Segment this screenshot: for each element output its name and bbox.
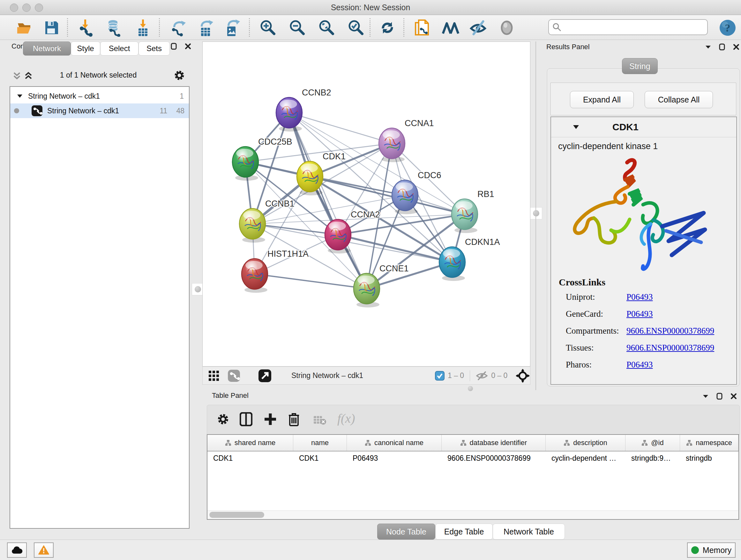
search-input[interactable] <box>548 19 708 35</box>
protein-card-header[interactable]: CDK1 <box>551 117 736 137</box>
help-icon[interactable]: ? <box>719 19 737 37</box>
detach-view-icon[interactable] <box>258 369 272 382</box>
edge-CCNB2-CCNA1[interactable] <box>289 113 392 143</box>
string-network-graph[interactable]: CCNB2CCNA1CDC25BCDK1CDC6RB1CCNB1CCNA2CDK… <box>203 42 530 366</box>
column-header-description[interactable]: description <box>546 435 625 451</box>
compartments-link[interactable]: 9606.ENSP00000378699 <box>626 326 714 336</box>
collapse-all-button[interactable]: Collapse All <box>645 91 713 108</box>
node-CCNA1[interactable]: CCNA1 <box>379 118 434 162</box>
node-CCNB1[interactable]: CCNB1 <box>239 199 294 243</box>
expand-all-button[interactable]: Expand All <box>570 91 634 108</box>
network-view-icon[interactable] <box>227 369 240 382</box>
grid-view-icon[interactable] <box>208 370 220 382</box>
table-options-gear-icon[interactable] <box>217 413 229 426</box>
delete-column-trash-icon[interactable] <box>288 412 300 426</box>
zoom-fit-icon[interactable] <box>318 19 336 37</box>
cell-namespace[interactable]: stringdb <box>680 454 738 462</box>
node-table-data-row[interactable]: CDK1CDK1P064939606.ENSP00000378699cyclin… <box>207 451 738 465</box>
results-tab-string[interactable]: String <box>622 58 658 74</box>
close-panel-icon[interactable] <box>730 393 737 400</box>
node-CCNB2[interactable]: CCNB2 <box>276 88 331 132</box>
column-header-database-identifier[interactable]: database identifier <box>442 435 546 451</box>
edge-CCNE1-HIST1H1A[interactable] <box>255 274 367 289</box>
show-graphics-details-icon[interactable] <box>498 19 516 37</box>
node-CDC6[interactable]: CDC6 <box>392 171 441 214</box>
uniprot-link[interactable]: P06493 <box>626 292 653 302</box>
maximize-panel-icon[interactable] <box>719 44 726 51</box>
cell-name[interactable]: CDK1 <box>293 454 347 462</box>
column-header--id[interactable]: @id <box>625 435 680 451</box>
column-header-namespace[interactable]: namespace <box>680 435 738 451</box>
save-session-icon[interactable] <box>43 19 61 37</box>
node-CDKN1A[interactable]: CDKN1A <box>439 237 500 281</box>
column-header-shared-name[interactable]: shared name <box>207 435 293 451</box>
memory-button[interactable]: Memory <box>687 543 736 558</box>
cloud-status-button[interactable] <box>7 543 27 558</box>
tab-style[interactable]: Style <box>71 42 100 56</box>
zoom-selected-icon[interactable] <box>347 19 365 37</box>
column-header-name[interactable]: name <box>293 435 347 451</box>
node-CCNE1[interactable]: CCNE1 <box>354 264 409 307</box>
node-label-CCNB2: CCNB2 <box>302 88 331 98</box>
scrollbar-thumb[interactable] <box>209 512 264 518</box>
close-panel-icon[interactable] <box>733 44 740 51</box>
create-column-plus-icon[interactable] <box>264 413 277 426</box>
cell-shared-name[interactable]: CDK1 <box>207 454 293 462</box>
close-panel-icon[interactable] <box>185 43 192 50</box>
maximize-panel-icon[interactable] <box>716 393 723 400</box>
show-columns-icon[interactable] <box>240 412 253 426</box>
birds-eye-crosshair-icon[interactable] <box>516 369 530 383</box>
cell-canonical-name[interactable]: P06493 <box>347 454 442 462</box>
import-network-from-database-icon[interactable] <box>105 19 123 37</box>
expand-all-networks-icon[interactable] <box>23 71 33 80</box>
open-session-icon[interactable] <box>16 19 34 37</box>
node-label-CDC25B: CDC25B <box>258 137 292 146</box>
network-collection-row[interactable]: String Network – cdk1 1 <box>10 89 189 104</box>
network-row-selected[interactable]: String Network – cdk1 11 48 <box>10 104 189 118</box>
import-table-icon[interactable] <box>134 19 152 37</box>
zoom-in-icon[interactable] <box>259 19 277 37</box>
export-network-icon[interactable] <box>171 19 188 37</box>
node-HIST1H1A[interactable]: HIST1H1A <box>242 249 309 293</box>
node-table[interactable]: shared namenamecanonical namedatabase id… <box>207 434 739 520</box>
tissues-link[interactable]: 9606.ENSP00000378699 <box>626 343 714 353</box>
cell-description[interactable]: cyclin-dependent … <box>546 454 625 462</box>
tab-network-table[interactable]: Network Table <box>493 523 565 540</box>
column-header-canonical-name[interactable]: canonical name <box>347 435 442 451</box>
edge-CCNB2-CCNE1[interactable] <box>289 113 367 289</box>
node-label-CDC6: CDC6 <box>418 171 441 180</box>
tab-select[interactable]: Select <box>100 42 138 56</box>
float-panel-icon[interactable] <box>702 393 709 400</box>
node-CDC25B[interactable]: CDC25B <box>232 137 292 181</box>
pharos-link[interactable]: P06493 <box>626 360 653 370</box>
toolbar-divider <box>470 370 470 381</box>
zoom-out-icon[interactable] <box>288 19 307 37</box>
first-neighbors-icon[interactable] <box>442 19 460 37</box>
export-image-icon[interactable] <box>223 19 241 37</box>
collapse-all-networks-icon[interactable] <box>12 71 22 80</box>
cell--id[interactable]: stringdb:9… <box>625 454 680 462</box>
duplicate-network-icon[interactable] <box>414 19 431 37</box>
network-panel-options-gear-icon[interactable] <box>174 70 185 81</box>
collapse-section-triangle-icon[interactable] <box>572 123 580 131</box>
warning-status-button[interactable] <box>34 543 54 558</box>
tab-sets[interactable]: Sets <box>138 42 170 56</box>
collection-expand-triangle-icon[interactable] <box>17 93 23 99</box>
export-table-icon[interactable] <box>197 19 215 37</box>
table-toolbar: f(x) <box>207 405 740 435</box>
tab-node-table[interactable]: Node Table <box>377 523 435 540</box>
table-horizontal-scrollbar[interactable] <box>207 510 738 519</box>
hidden-eye-slash-icon[interactable] <box>476 371 488 381</box>
maximize-panel-icon[interactable] <box>171 43 178 50</box>
cell-database-identifier[interactable]: 9606.ENSP00000378699 <box>442 454 546 462</box>
network-view-canvas[interactable]: CCNB2CCNA1CDC25BCDK1CDC6RB1CCNB1CCNA2CDK… <box>202 42 530 367</box>
import-network-icon[interactable] <box>77 19 95 37</box>
tab-edge-table[interactable]: Edge Table <box>435 523 493 540</box>
float-panel-icon[interactable] <box>704 44 712 51</box>
hide-selected-eye-slash-icon[interactable] <box>469 19 487 37</box>
genecard-link[interactable]: P06493 <box>626 309 653 319</box>
refresh-icon[interactable] <box>379 19 396 37</box>
node-RB1[interactable]: RB1 <box>452 189 494 233</box>
tab-network[interactable]: Network <box>23 42 71 56</box>
selected-checkbox-icon[interactable] <box>435 371 445 381</box>
